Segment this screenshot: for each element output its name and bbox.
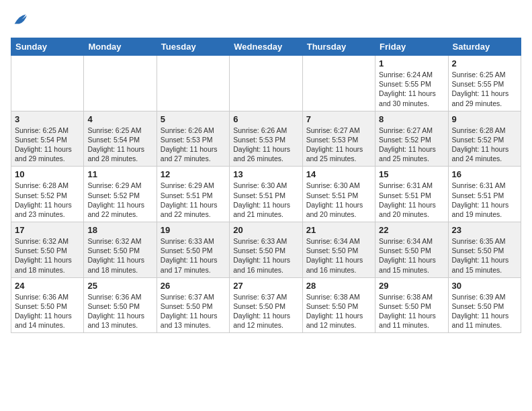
weekday-header: Saturday xyxy=(448,38,521,56)
calendar-cell: 14Sunrise: 6:30 AM Sunset: 5:51 PM Dayli… xyxy=(302,167,375,222)
calendar-cell: 23Sunrise: 6:35 AM Sunset: 5:50 PM Dayli… xyxy=(448,222,521,278)
cell-day-number: 17 xyxy=(15,225,80,235)
calendar-cell: 12Sunrise: 6:29 AM Sunset: 5:51 PM Dayli… xyxy=(157,167,229,222)
calendar-cell: 21Sunrise: 6:34 AM Sunset: 5:50 PM Dayli… xyxy=(302,222,375,278)
cell-day-number: 30 xyxy=(452,281,517,291)
calendar-cell xyxy=(11,56,84,111)
calendar-week-row: 3Sunrise: 6:25 AM Sunset: 5:54 PM Daylig… xyxy=(11,111,521,167)
cell-day-number: 28 xyxy=(306,281,371,291)
cell-sun-info: Sunrise: 6:39 AM Sunset: 5:50 PM Dayligh… xyxy=(452,292,517,330)
cell-sun-info: Sunrise: 6:38 AM Sunset: 5:50 PM Dayligh… xyxy=(379,292,444,330)
cell-day-number: 11 xyxy=(87,169,152,179)
cell-sun-info: Sunrise: 6:28 AM Sunset: 5:52 PM Dayligh… xyxy=(452,126,517,164)
cell-sun-info: Sunrise: 6:31 AM Sunset: 5:51 PM Dayligh… xyxy=(452,181,517,219)
cell-sun-info: Sunrise: 6:25 AM Sunset: 5:54 PM Dayligh… xyxy=(15,126,80,164)
calendar-week-row: 17Sunrise: 6:32 AM Sunset: 5:50 PM Dayli… xyxy=(11,222,521,278)
calendar-cell: 1Sunrise: 6:24 AM Sunset: 5:55 PM Daylig… xyxy=(375,56,448,111)
cell-day-number: 25 xyxy=(87,281,152,291)
calendar-cell: 19Sunrise: 6:33 AM Sunset: 5:50 PM Dayli… xyxy=(157,222,229,278)
calendar-week-row: 1Sunrise: 6:24 AM Sunset: 5:55 PM Daylig… xyxy=(11,56,521,111)
calendar-cell: 11Sunrise: 6:29 AM Sunset: 5:52 PM Dayli… xyxy=(84,167,157,222)
cell-day-number: 22 xyxy=(379,225,444,235)
calendar-cell: 17Sunrise: 6:32 AM Sunset: 5:50 PM Dayli… xyxy=(11,222,84,278)
calendar-cell: 4Sunrise: 6:25 AM Sunset: 5:54 PM Daylig… xyxy=(84,111,157,167)
cell-sun-info: Sunrise: 6:25 AM Sunset: 5:55 PM Dayligh… xyxy=(452,70,517,108)
weekday-header: Sunday xyxy=(11,38,84,56)
cell-sun-info: Sunrise: 6:37 AM Sunset: 5:50 PM Dayligh… xyxy=(161,292,226,330)
cell-day-number: 1 xyxy=(379,58,444,68)
cell-sun-info: Sunrise: 6:28 AM Sunset: 5:52 PM Dayligh… xyxy=(15,181,80,219)
logo xyxy=(11,11,32,30)
calendar-cell: 30Sunrise: 6:39 AM Sunset: 5:50 PM Dayli… xyxy=(448,277,521,333)
calendar-cell xyxy=(302,56,375,111)
calendar-cell: 9Sunrise: 6:28 AM Sunset: 5:52 PM Daylig… xyxy=(448,111,521,167)
calendar-header-row: SundayMondayTuesdayWednesdayThursdayFrid… xyxy=(11,38,521,56)
calendar-cell: 29Sunrise: 6:38 AM Sunset: 5:50 PM Dayli… xyxy=(375,277,448,333)
cell-sun-info: Sunrise: 6:27 AM Sunset: 5:53 PM Dayligh… xyxy=(306,126,371,164)
cell-sun-info: Sunrise: 6:36 AM Sunset: 5:50 PM Dayligh… xyxy=(15,292,80,330)
cell-sun-info: Sunrise: 6:26 AM Sunset: 5:53 PM Dayligh… xyxy=(161,126,226,164)
calendar-cell: 18Sunrise: 6:32 AM Sunset: 5:50 PM Dayli… xyxy=(84,222,157,278)
calendar-table: SundayMondayTuesdayWednesdayThursdayFrid… xyxy=(11,38,521,333)
cell-sun-info: Sunrise: 6:25 AM Sunset: 5:54 PM Dayligh… xyxy=(87,126,152,164)
calendar-cell: 26Sunrise: 6:37 AM Sunset: 5:50 PM Dayli… xyxy=(157,277,229,333)
cell-day-number: 12 xyxy=(161,169,226,179)
cell-day-number: 29 xyxy=(379,281,444,291)
calendar-cell: 15Sunrise: 6:31 AM Sunset: 5:51 PM Dayli… xyxy=(375,167,448,222)
page-header xyxy=(11,11,521,30)
calendar-week-row: 10Sunrise: 6:28 AM Sunset: 5:52 PM Dayli… xyxy=(11,167,521,222)
cell-sun-info: Sunrise: 6:37 AM Sunset: 5:50 PM Dayligh… xyxy=(233,292,298,330)
cell-sun-info: Sunrise: 6:34 AM Sunset: 5:50 PM Dayligh… xyxy=(379,236,444,275)
cell-day-number: 15 xyxy=(379,169,444,179)
cell-day-number: 2 xyxy=(452,58,517,68)
cell-sun-info: Sunrise: 6:30 AM Sunset: 5:51 PM Dayligh… xyxy=(233,181,298,219)
cell-sun-info: Sunrise: 6:31 AM Sunset: 5:51 PM Dayligh… xyxy=(379,181,444,219)
calendar-cell: 22Sunrise: 6:34 AM Sunset: 5:50 PM Dayli… xyxy=(375,222,448,278)
calendar-cell: 2Sunrise: 6:25 AM Sunset: 5:55 PM Daylig… xyxy=(448,56,521,111)
cell-day-number: 8 xyxy=(379,114,444,124)
cell-sun-info: Sunrise: 6:33 AM Sunset: 5:50 PM Dayligh… xyxy=(233,236,298,275)
cell-day-number: 14 xyxy=(306,169,371,179)
cell-sun-info: Sunrise: 6:29 AM Sunset: 5:52 PM Dayligh… xyxy=(87,181,152,219)
calendar-cell: 27Sunrise: 6:37 AM Sunset: 5:50 PM Dayli… xyxy=(230,277,302,333)
calendar-cell: 3Sunrise: 6:25 AM Sunset: 5:54 PM Daylig… xyxy=(11,111,84,167)
calendar-cell: 7Sunrise: 6:27 AM Sunset: 5:53 PM Daylig… xyxy=(302,111,375,167)
calendar-cell: 24Sunrise: 6:36 AM Sunset: 5:50 PM Dayli… xyxy=(11,277,84,333)
cell-day-number: 13 xyxy=(233,169,298,179)
cell-day-number: 20 xyxy=(233,225,298,235)
cell-sun-info: Sunrise: 6:26 AM Sunset: 5:53 PM Dayligh… xyxy=(233,126,298,164)
cell-day-number: 5 xyxy=(161,114,226,124)
cell-day-number: 26 xyxy=(161,281,226,291)
cell-sun-info: Sunrise: 6:35 AM Sunset: 5:50 PM Dayligh… xyxy=(452,236,517,275)
calendar-cell: 5Sunrise: 6:26 AM Sunset: 5:53 PM Daylig… xyxy=(157,111,229,167)
calendar-cell: 16Sunrise: 6:31 AM Sunset: 5:51 PM Dayli… xyxy=(448,167,521,222)
cell-sun-info: Sunrise: 6:32 AM Sunset: 5:50 PM Dayligh… xyxy=(87,236,152,275)
cell-day-number: 27 xyxy=(233,281,298,291)
cell-sun-info: Sunrise: 6:36 AM Sunset: 5:50 PM Dayligh… xyxy=(87,292,152,330)
cell-sun-info: Sunrise: 6:32 AM Sunset: 5:50 PM Dayligh… xyxy=(15,236,80,275)
cell-day-number: 21 xyxy=(306,225,371,235)
cell-day-number: 24 xyxy=(15,281,80,291)
cell-day-number: 3 xyxy=(15,114,80,124)
cell-sun-info: Sunrise: 6:27 AM Sunset: 5:52 PM Dayligh… xyxy=(379,126,444,164)
logo-icon xyxy=(11,11,30,30)
weekday-header: Friday xyxy=(375,38,448,56)
cell-day-number: 16 xyxy=(452,169,517,179)
cell-sun-info: Sunrise: 6:29 AM Sunset: 5:51 PM Dayligh… xyxy=(161,181,226,219)
cell-sun-info: Sunrise: 6:24 AM Sunset: 5:55 PM Dayligh… xyxy=(379,70,444,108)
weekday-header: Wednesday xyxy=(230,38,302,56)
cell-day-number: 19 xyxy=(161,225,226,235)
cell-sun-info: Sunrise: 6:34 AM Sunset: 5:50 PM Dayligh… xyxy=(306,236,371,275)
cell-sun-info: Sunrise: 6:38 AM Sunset: 5:50 PM Dayligh… xyxy=(306,292,371,330)
cell-sun-info: Sunrise: 6:30 AM Sunset: 5:51 PM Dayligh… xyxy=(306,181,371,219)
calendar-cell: 6Sunrise: 6:26 AM Sunset: 5:53 PM Daylig… xyxy=(230,111,302,167)
cell-day-number: 7 xyxy=(306,114,371,124)
cell-sun-info: Sunrise: 6:33 AM Sunset: 5:50 PM Dayligh… xyxy=(161,236,226,275)
weekday-header: Tuesday xyxy=(157,38,229,56)
calendar-cell: 25Sunrise: 6:36 AM Sunset: 5:50 PM Dayli… xyxy=(84,277,157,333)
calendar-cell xyxy=(84,56,157,111)
calendar-cell: 20Sunrise: 6:33 AM Sunset: 5:50 PM Dayli… xyxy=(230,222,302,278)
calendar-cell: 13Sunrise: 6:30 AM Sunset: 5:51 PM Dayli… xyxy=(230,167,302,222)
calendar-cell: 8Sunrise: 6:27 AM Sunset: 5:52 PM Daylig… xyxy=(375,111,448,167)
cell-day-number: 4 xyxy=(87,114,152,124)
